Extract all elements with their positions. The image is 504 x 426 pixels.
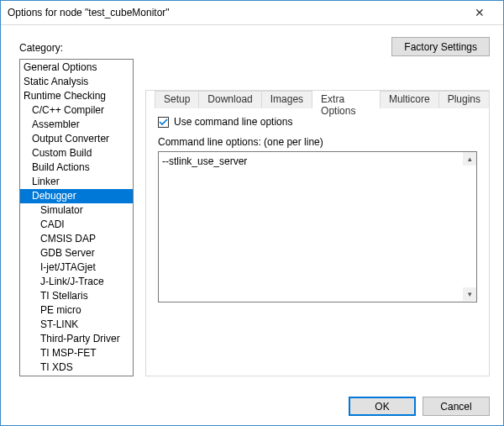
cancel-button[interactable]: Cancel — [423, 397, 490, 416]
cmd-options-label: Command line options: (one per line) — [158, 136, 477, 148]
window-title: Options for node "test_cubeMonitor" — [8, 7, 463, 18]
cmd-textarea-wrap: ▴ ▾ — [158, 151, 477, 305]
dialog-window: Options for node "test_cubeMonitor" ✕ Ca… — [0, 0, 504, 426]
ok-button[interactable]: OK — [349, 397, 416, 416]
category-item[interactable]: Linker — [20, 175, 133, 189]
content-area: Category: General OptionsStatic Analysis… — [1, 25, 503, 385]
category-item[interactable]: PE micro — [20, 303, 133, 318]
category-item[interactable]: ST-LINK — [20, 318, 133, 332]
category-item[interactable]: TI MSP-FET — [20, 346, 133, 360]
category-item[interactable]: Runtime Checking — [20, 89, 133, 103]
category-item[interactable]: J-Link/J-Trace — [20, 275, 133, 289]
category-item[interactable]: CADI — [20, 218, 133, 232]
category-label: Category: — [19, 42, 134, 54]
settings-column: Factory Settings SetupDownloadImagesExtr… — [145, 42, 490, 376]
category-list[interactable]: General OptionsStatic AnalysisRuntime Ch… — [19, 59, 134, 376]
tab[interactable]: Plugins — [438, 91, 490, 108]
panel-body: Use command line options Command line op… — [158, 91, 477, 305]
category-item[interactable]: GDB Server — [20, 246, 133, 260]
scroll-up-icon[interactable]: ▴ — [463, 152, 476, 166]
category-item[interactable]: Static Analysis — [20, 75, 133, 89]
category-item[interactable]: Assembler — [20, 118, 133, 132]
category-item[interactable]: Simulator — [20, 203, 133, 218]
category-item[interactable]: General Options — [20, 60, 133, 75]
factory-settings-button[interactable]: Factory Settings — [391, 37, 490, 56]
use-cmd-row: Use command line options — [158, 116, 477, 128]
tab[interactable]: Images — [261, 91, 312, 108]
category-item[interactable]: Third-Party Driver — [20, 332, 133, 346]
category-item[interactable]: C/C++ Compiler — [20, 103, 133, 118]
category-item[interactable]: CMSIS DAP — [20, 232, 133, 246]
use-cmd-label: Use command line options — [174, 116, 292, 128]
category-item[interactable]: TI Stellaris — [20, 289, 133, 303]
tab[interactable]: Extra Options — [312, 90, 381, 108]
tab[interactable]: Setup — [155, 91, 199, 108]
cmd-options-textarea[interactable] — [158, 151, 477, 302]
tab[interactable]: Download — [198, 91, 261, 108]
settings-panel: SetupDownloadImagesExtra OptionsMulticor… — [145, 90, 490, 376]
close-icon[interactable]: ✕ — [463, 1, 496, 24]
factory-row: Factory Settings — [145, 37, 490, 56]
titlebar: Options for node "test_cubeMonitor" ✕ — [1, 1, 503, 25]
category-item[interactable]: I-jet/JTAGjet — [20, 260, 133, 275]
category-item[interactable]: Build Actions — [20, 160, 133, 175]
check-icon — [159, 118, 168, 127]
tab-strip: SetupDownloadImagesExtra OptionsMulticor… — [155, 90, 489, 108]
category-item[interactable]: Output Converter — [20, 132, 133, 146]
use-cmd-checkbox[interactable] — [158, 117, 169, 128]
scroll-down-icon[interactable]: ▾ — [463, 287, 476, 301]
category-item[interactable]: TI XDS — [20, 360, 133, 375]
category-column: Category: General OptionsStatic Analysis… — [19, 42, 134, 376]
tab[interactable]: Multicore — [380, 91, 439, 108]
category-item[interactable]: Custom Build — [20, 146, 133, 160]
dialog-footer: OK Cancel — [1, 385, 503, 426]
category-item[interactable]: Debugger — [20, 189, 133, 203]
main-row: Category: General OptionsStatic Analysis… — [19, 42, 490, 376]
